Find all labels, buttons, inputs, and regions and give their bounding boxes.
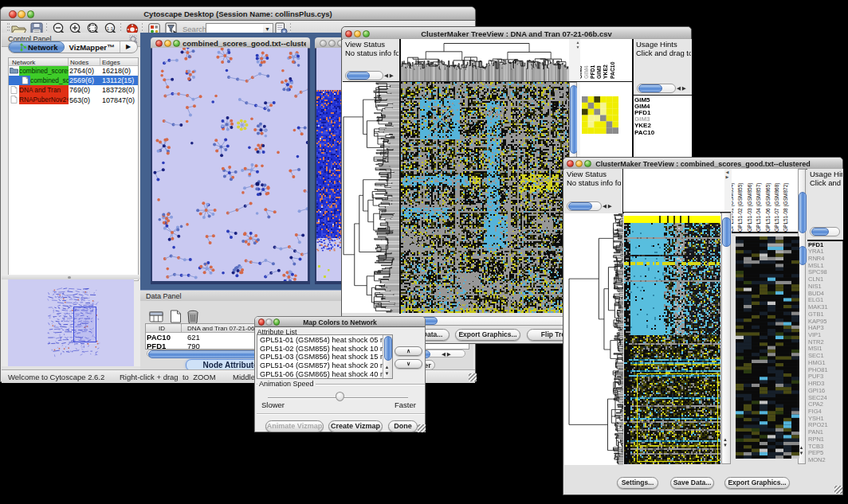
- svg-text:1:1: 1:1: [107, 26, 114, 31]
